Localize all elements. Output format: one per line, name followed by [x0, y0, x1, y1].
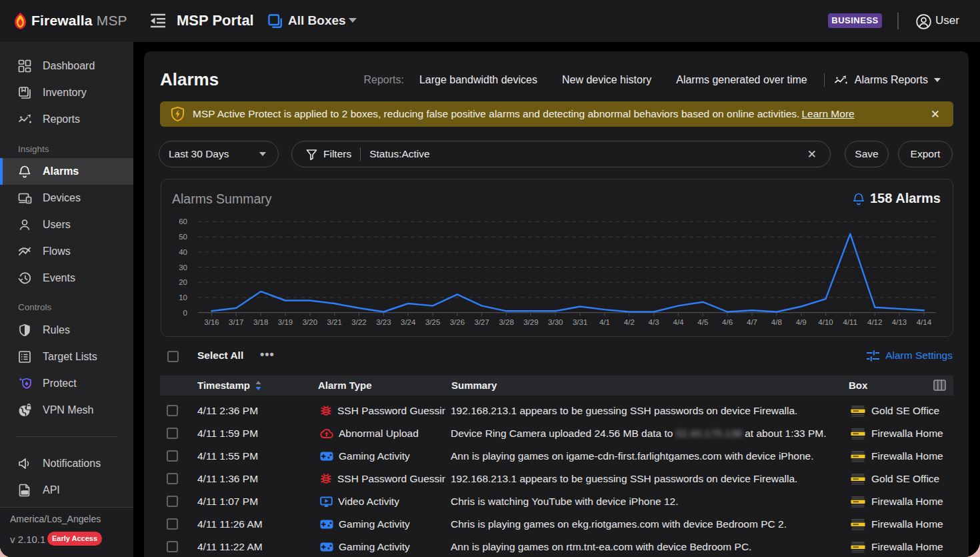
svg-text:4/6: 4/6: [722, 318, 733, 326]
svg-text:4/13: 4/13: [892, 318, 907, 326]
svg-text:3/23: 3/23: [376, 318, 391, 326]
svg-text:3/19: 3/19: [278, 318, 293, 326]
svg-text:4/1: 4/1: [599, 318, 610, 326]
svg-text:30: 30: [179, 263, 187, 271]
svg-text:4/11: 4/11: [843, 318, 858, 326]
svg-text:4/9: 4/9: [796, 318, 807, 326]
svg-text:40: 40: [179, 248, 187, 256]
svg-text:4/7: 4/7: [747, 318, 757, 326]
svg-text:3/24: 3/24: [401, 318, 416, 326]
svg-text:3/31: 3/31: [573, 318, 587, 326]
svg-text:4/12: 4/12: [867, 318, 882, 326]
svg-text:3/30: 3/30: [548, 318, 563, 326]
svg-text:3/26: 3/26: [450, 318, 465, 326]
svg-text:4/4: 4/4: [673, 318, 685, 326]
svg-text:3/28: 3/28: [499, 318, 513, 326]
svg-text:API: API: [22, 491, 27, 494]
svg-text:4/5: 4/5: [697, 318, 708, 326]
svg-text:50: 50: [179, 233, 187, 241]
svg-text:20: 20: [179, 278, 187, 286]
svg-text:3/22: 3/22: [351, 318, 366, 326]
svg-text:3/25: 3/25: [425, 318, 440, 326]
svg-text:4/2: 4/2: [624, 318, 635, 326]
svg-text:4/10: 4/10: [818, 318, 833, 326]
svg-text:3/27: 3/27: [475, 318, 489, 326]
svg-text:3/18: 3/18: [253, 318, 268, 326]
svg-text:3/16: 3/16: [204, 318, 219, 326]
svg-text:3/29: 3/29: [523, 318, 538, 326]
svg-text:0: 0: [183, 309, 187, 317]
svg-text:3/20: 3/20: [303, 318, 317, 326]
svg-text:4/8: 4/8: [771, 318, 782, 326]
svg-text:4/3: 4/3: [649, 318, 659, 326]
svg-text:3/21: 3/21: [327, 318, 342, 326]
svg-text:60: 60: [179, 217, 187, 225]
svg-text:3/17: 3/17: [229, 318, 243, 326]
svg-text:10: 10: [179, 294, 187, 302]
svg-text:4/14: 4/14: [917, 318, 932, 326]
